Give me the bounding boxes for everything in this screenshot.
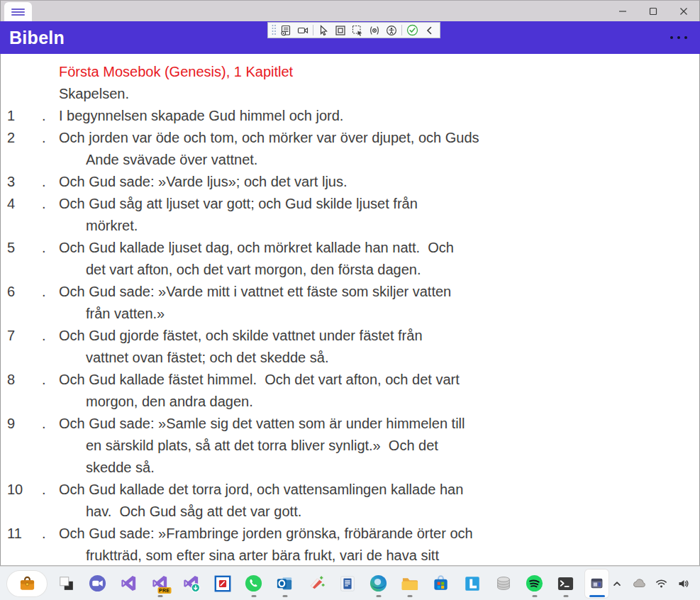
taskbar-bibeln-icon[interactable] — [585, 570, 609, 598]
taskbar: PRE — [0, 566, 700, 600]
volume-icon[interactable] — [676, 572, 690, 595]
verse-text: Och Gud kallade det torra jord, och vatt… — [53, 479, 699, 523]
verse-separator: . — [36, 325, 53, 369]
verse-text: Och Gud gjorde fästet, och skilde vattne… — [53, 325, 699, 369]
verse-text: Och Gud sade: »Samle sig det vatten som … — [53, 413, 699, 479]
vs-debug-toolbar — [267, 22, 440, 38]
system-tray — [610, 572, 700, 595]
hamburger-menu-button[interactable] — [4, 2, 32, 22]
app-title: Bibeln — [9, 28, 65, 48]
taskbar-visual-studio-installer-icon[interactable] — [179, 570, 203, 598]
verse-text: Och Gud sade: »Varde ljus»; och det vart… — [53, 171, 699, 193]
running-indicator — [157, 595, 162, 597]
taskbar-whatsapp-icon[interactable] — [242, 570, 265, 598]
verse-number: 10 — [1, 479, 36, 523]
taskbar-outlook-icon[interactable] — [273, 570, 296, 598]
verse-separator: . — [36, 281, 53, 325]
verse-text: Och Gud sade: »Varde mitt i vattnet ett … — [53, 281, 699, 325]
tray-chevron-up-icon[interactable] — [610, 572, 624, 595]
verse-separator: . — [36, 479, 53, 523]
more-button[interactable] — [669, 32, 689, 43]
track-focused-element-icon[interactable] — [349, 23, 366, 37]
verse-text: Och Gud kallade fästet himmel. Och det v… — [53, 369, 699, 413]
taskbar-file-explorer-icon[interactable] — [398, 570, 421, 598]
taskbar-terminal-icon[interactable] — [554, 570, 577, 598]
icon-badge: PRE — [157, 587, 171, 594]
taskbar-visual-studio-icon[interactable] — [117, 570, 140, 598]
taskbar-edge-icon[interactable] — [367, 570, 390, 598]
verse-number: 9 — [1, 413, 36, 479]
toolbar-separator — [401, 25, 402, 35]
verse-separator: . — [36, 105, 53, 127]
wifi-icon[interactable] — [654, 572, 668, 595]
verse-number: 11 — [1, 523, 36, 566]
verse-row: 2.Och jorden var öde och tom, och mörker… — [1, 127, 699, 171]
screen: Bibeln Första Mosebok (Genesis), 1 Kapit… — [0, 0, 700, 600]
verse-separator: . — [36, 237, 53, 281]
live-visual-tree-icon[interactable] — [277, 23, 294, 37]
verse-row: 7.Och Gud gjorde fästet, och skilde vatt… — [1, 325, 699, 369]
verse-number: 7 — [1, 325, 36, 369]
verse-text: Och jorden var öde och tom, och mörker v… — [53, 127, 699, 171]
verse-text: Och Gud sade: »Frambringe jorden grönska… — [53, 523, 699, 566]
toolbar-separator — [313, 25, 313, 35]
verse-row: 11.Och Gud sade: »Frambringe jorden grön… — [1, 523, 699, 566]
drag-handle-icon[interactable] — [270, 23, 277, 37]
taskbar-desktops-icon[interactable] — [55, 570, 78, 598]
status-check-icon[interactable] — [404, 23, 421, 37]
verse-number: 4 — [1, 193, 36, 237]
taskbar-launcher-briefcase-icon[interactable] — [7, 571, 47, 596]
layout-adorners-icon[interactable] — [332, 23, 349, 37]
verse-row: 8.Och Gud kallade fästet himmel. Och det… — [1, 369, 699, 413]
taskbar-visual-studio-preview-icon[interactable]: PRE — [148, 570, 172, 598]
running-indicator — [407, 595, 412, 597]
ellipsis-icon — [670, 36, 673, 39]
verse-separator: . — [36, 171, 53, 193]
close-button[interactable] — [668, 1, 699, 22]
close-icon — [679, 7, 688, 16]
verse-separator: . — [36, 369, 53, 413]
verse-text: Och Gud kallade ljuset dag, och mörkret … — [53, 237, 699, 281]
verse-list: 1.I begynnelsen skapade Gud himmel och j… — [1, 105, 699, 566]
verse-text: I begynnelsen skapade Gud himmel och jor… — [53, 105, 699, 127]
verse-row: 3.Och Gud sade: »Varde ljus»; och det va… — [1, 171, 699, 193]
verse-row: 4.Och Gud såg att ljuset var gott; och G… — [1, 193, 699, 237]
minimize-button[interactable] — [607, 1, 638, 22]
hamburger-icon — [11, 7, 25, 17]
verse-row: 10.Och Gud kallade det torra jord, och v… — [1, 479, 699, 523]
collapse-chevron-icon[interactable] — [421, 23, 438, 37]
running-indicator — [589, 595, 605, 597]
taskbar-eraser-3d-icon[interactable] — [304, 570, 328, 598]
maximize-icon — [649, 7, 657, 16]
minimize-icon — [618, 7, 627, 16]
section-title: Skapelsen. — [59, 83, 699, 105]
taskbar-linqpad-icon[interactable] — [460, 570, 484, 598]
screencast-icon[interactable] — [294, 23, 311, 37]
scripture-view[interactable]: Första Mosebok (Genesis), 1 Kapitlet Ska… — [0, 54, 700, 566]
verse-separator: . — [36, 193, 53, 237]
taskbar-spotify-icon[interactable] — [523, 570, 546, 598]
titlebar[interactable] — [0, 0, 700, 21]
select-element-icon[interactable] — [315, 23, 332, 37]
onedrive-cloud-icon[interactable] — [632, 572, 646, 595]
running-indicator — [532, 595, 537, 597]
running-indicator — [251, 595, 256, 597]
verse-number: 3 — [1, 171, 36, 193]
taskbar-database-tool-icon[interactable] — [491, 570, 515, 598]
verse-row: 9.Och Gud sade: »Samle sig det vatten so… — [1, 413, 699, 479]
verse-text: Och Gud såg att ljuset var gott; och Gud… — [53, 193, 699, 237]
taskbar-microsoft-store-icon[interactable] — [429, 570, 452, 598]
taskbar-video-chat-icon[interactable] — [86, 570, 109, 598]
accessibility-checker-icon[interactable] — [383, 23, 400, 37]
taskbar-blue-document-icon[interactable] — [335, 570, 359, 598]
verse-separator: . — [36, 127, 53, 171]
hot-reload-icon[interactable] — [366, 23, 383, 37]
verse-number: 2 — [1, 127, 36, 171]
verse-number: 6 — [1, 281, 36, 325]
taskbar-red-tile-app-icon[interactable] — [211, 570, 234, 598]
maximize-button[interactable] — [638, 1, 668, 22]
running-indicator — [563, 595, 568, 597]
verse-number: 5 — [1, 237, 36, 281]
taskbar-apps: PRE — [0, 570, 609, 598]
chapter-heading: Första Mosebok (Genesis), 1 Kapitlet — [59, 61, 699, 83]
